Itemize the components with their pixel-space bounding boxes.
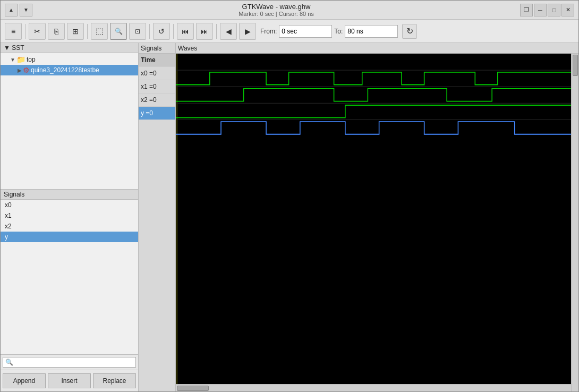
search-input-wrap: 🔍	[3, 357, 136, 368]
signal-label-x1: x1	[5, 212, 12, 219]
from-to-group: From: To:	[260, 25, 398, 38]
zoom-fit-btn[interactable]: ⊡	[129, 23, 146, 40]
signal-label-x0: x0	[5, 201, 12, 209]
tree-label-top: top	[27, 56, 36, 63]
wave-canvas[interactable]	[176, 54, 571, 384]
signals-panel: Signals x0 x1 x2 y	[1, 190, 138, 370]
title-bar-left: ▲ ▼	[5, 4, 32, 16]
wave-svg	[176, 54, 571, 384]
signal-item-x0[interactable]: x0	[1, 200, 138, 210]
tb-sep-2	[87, 24, 88, 39]
h-scrollbar-thumb[interactable]	[177, 386, 209, 391]
title-bar: ▲ ▼ GTKWave - wave.ghw Marker: 0 sec | C…	[1, 1, 578, 20]
search-bar: 🔍	[1, 354, 138, 370]
signals-list[interactable]: x0 x1 x2 y	[1, 200, 138, 354]
sst-panel: ▼ SST ▼ 📁 top ▶ ⚙ quine3_20241228test	[1, 43, 138, 190]
x1-signal-label: x1 =0	[141, 83, 157, 90]
signal-label-x2: x2	[5, 223, 12, 230]
right-panel: Signals Waves Time x0 =0 x1 =0	[139, 43, 578, 391]
tree-arrow-top: ▼	[10, 57, 15, 63]
toolbar: ≡ ✂ ⎘ ⊞ ⬚ 🔍 ⊡ ↺ ⏮ ⏭ ◀ ▶ From: To: ↻	[1, 20, 578, 43]
close-btn[interactable]: ✕	[561, 4, 574, 16]
prev-group-btn[interactable]: ⏭	[196, 23, 213, 40]
signal-labels-column: Time x0 =0 x1 =0 x2 =0 y =0	[139, 54, 176, 391]
signal-item-x2[interactable]: x2	[1, 221, 138, 232]
waves-signals-header: Signals	[139, 43, 176, 53]
arrow-up-btn[interactable]: ▲	[5, 4, 18, 16]
tree-label-component: quine3_20241228testbe	[31, 66, 99, 74]
signal-row-time: Time	[139, 54, 175, 67]
paste-btn[interactable]: ⊞	[67, 23, 84, 40]
first-btn[interactable]: ⏮	[177, 23, 194, 40]
component-icon: ⚙	[23, 66, 30, 74]
append-btn[interactable]: Append	[3, 373, 46, 388]
refresh-btn[interactable]: ↻	[402, 24, 417, 39]
replace-btn[interactable]: Replace	[93, 373, 136, 388]
signal-row-y[interactable]: y =0	[139, 107, 175, 120]
tree-item-top[interactable]: ▼ 📁 top	[1, 54, 138, 65]
window-title: GTKWave - wave.ghw	[242, 3, 311, 11]
maximize-btn[interactable]: □	[548, 4, 560, 16]
search-input[interactable]	[15, 359, 133, 366]
minimize-btn[interactable]: ─	[534, 4, 547, 16]
left-panel: ▼ SST ▼ 📁 top ▶ ⚙ quine3_20241228test	[1, 43, 139, 391]
copy-btn[interactable]: ⎘	[48, 23, 65, 40]
x0-signal-label: x0 =0	[141, 70, 157, 77]
prev-btn[interactable]: ◀	[220, 23, 237, 40]
signals-panel-header: Signals	[1, 190, 138, 200]
signal-row-x2[interactable]: x2 =0	[139, 93, 175, 107]
search-icon: 🔍	[5, 359, 13, 366]
select-btn[interactable]: ⬚	[91, 23, 108, 40]
undo-btn[interactable]: ↺	[153, 23, 170, 40]
tb-sep-3	[149, 24, 150, 39]
to-label: To:	[334, 28, 343, 35]
arrow-down-btn[interactable]: ▼	[20, 4, 32, 16]
wave-display-area	[176, 54, 571, 391]
title-bar-right: ❐ ─ □ ✕	[520, 4, 574, 16]
tree-arrow-component: ▶	[18, 67, 22, 73]
bottom-buttons: Append Insert Replace	[1, 370, 138, 391]
tree-item-component[interactable]: ▶ ⚙ quine3_20241228testbe	[1, 65, 138, 75]
signal-row-x0[interactable]: x0 =0	[139, 67, 175, 80]
waves-header: Signals Waves	[139, 43, 578, 54]
signal-item-y[interactable]: y	[1, 232, 138, 242]
zoom-box-btn[interactable]: 🔍	[110, 23, 127, 40]
x2-signal-label: x2 =0	[141, 96, 157, 104]
waves-waves-header: Waves	[176, 43, 578, 53]
h-scrollbar[interactable]	[176, 384, 571, 391]
v-scrollbar-thumb[interactable]	[573, 55, 578, 76]
from-label: From:	[260, 28, 277, 35]
sst-label: ▼ SST	[4, 44, 24, 52]
to-input[interactable]	[345, 25, 398, 38]
tb-sep-1	[25, 24, 25, 39]
signal-item-x1[interactable]: x1	[1, 210, 138, 221]
title-bar-center: GTKWave - wave.ghw Marker: 0 sec | Curso…	[32, 3, 520, 17]
signal-label-y: y	[5, 233, 8, 241]
y-signal-label: y =0	[141, 109, 153, 117]
cut-btn[interactable]: ✂	[29, 23, 46, 40]
folder-icon-top: 📁	[16, 55, 25, 64]
wave-content-row: Time x0 =0 x1 =0 x2 =0 y =0	[139, 54, 578, 391]
next-btn[interactable]: ▶	[239, 23, 256, 40]
window-subtitle: Marker: 0 sec | Cursor: 80 ns	[239, 11, 314, 17]
main-area: ▼ SST ▼ 📁 top ▶ ⚙ quine3_20241228test	[1, 43, 578, 391]
menu-btn[interactable]: ≡	[5, 23, 22, 40]
main-window: ▲ ▼ GTKWave - wave.ghw Marker: 0 sec | C…	[0, 0, 579, 392]
signal-row-x1[interactable]: x1 =0	[139, 80, 175, 93]
from-input[interactable]	[279, 25, 332, 38]
tb-sep-4	[173, 24, 174, 39]
restore-btn[interactable]: ❐	[520, 4, 533, 16]
insert-btn[interactable]: Insert	[48, 373, 91, 388]
sst-tree[interactable]: ▼ 📁 top ▶ ⚙ quine3_20241228testbe	[1, 53, 138, 189]
sst-header: ▼ SST	[1, 43, 138, 53]
v-scrollbar[interactable]	[571, 54, 578, 391]
time-label: Time	[141, 56, 156, 64]
tb-sep-5	[216, 24, 217, 39]
